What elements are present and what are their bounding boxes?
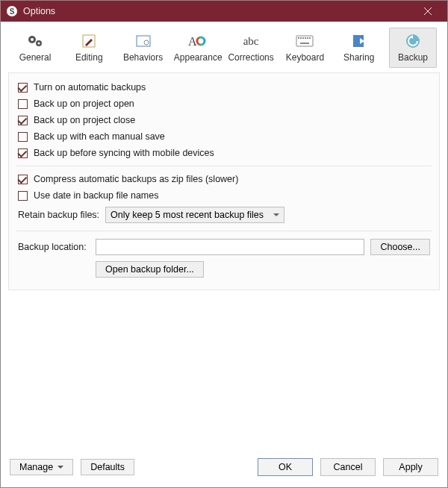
dialog-footer: Manage Defaults OK Cancel Apply bbox=[1, 454, 447, 487]
svg-point-8 bbox=[144, 40, 149, 45]
opt-label: Back up on project open bbox=[34, 98, 134, 109]
svg-rect-18 bbox=[300, 43, 309, 44]
open-folder-row: Open backup folder... bbox=[16, 258, 432, 281]
window-title: Options bbox=[23, 6, 413, 16]
defaults-button[interactable]: Defaults bbox=[81, 459, 134, 475]
svg-rect-16 bbox=[307, 37, 308, 39]
svg-point-10 bbox=[197, 37, 205, 45]
opt-label: Compress automatic backups as zip files … bbox=[34, 174, 238, 184]
opt-label: Back up before syncing with mobile devic… bbox=[34, 148, 214, 158]
app-icon: S bbox=[7, 6, 17, 16]
appearance-icon: A bbox=[174, 31, 220, 51]
tab-backup[interactable]: Backup bbox=[389, 28, 437, 68]
tab-label: Backup bbox=[390, 52, 436, 63]
location-input[interactable] bbox=[96, 239, 364, 255]
checkbox-icon bbox=[18, 132, 28, 142]
opt-backup-manual-save[interactable]: Back up with each manual save bbox=[16, 128, 432, 145]
sharing-icon bbox=[336, 31, 382, 51]
tab-label: Editing bbox=[66, 52, 112, 63]
titlebar: S Options bbox=[1, 1, 447, 22]
gears-icon bbox=[12, 31, 58, 51]
tab-behaviors[interactable]: Behaviors bbox=[119, 28, 167, 68]
svg-rect-17 bbox=[309, 37, 311, 39]
corrections-icon: abc bbox=[228, 31, 274, 51]
tab-appearance[interactable]: A Appearance bbox=[173, 28, 221, 68]
ok-button[interactable]: OK bbox=[258, 458, 313, 476]
tab-label: Keyboard bbox=[281, 52, 328, 63]
opt-backup-on-open[interactable]: Back up on project open bbox=[16, 96, 432, 112]
location-label: Backup location: bbox=[18, 242, 90, 252]
retain-select[interactable]: Only keep 5 most recent backup files bbox=[105, 207, 284, 223]
tab-sharing[interactable]: Sharing bbox=[335, 28, 383, 68]
svg-rect-15 bbox=[305, 37, 306, 39]
tab-editing[interactable]: Editing bbox=[65, 28, 113, 68]
cancel-button[interactable]: Cancel bbox=[320, 458, 376, 476]
svg-rect-13 bbox=[300, 37, 302, 39]
divider bbox=[16, 166, 432, 166]
svg-point-5 bbox=[38, 43, 40, 45]
tab-label: Corrections bbox=[228, 52, 274, 63]
svg-rect-14 bbox=[302, 37, 304, 39]
category-tabs: General Editing Behaviors A Appearance a… bbox=[1, 22, 447, 72]
tab-label: Appearance bbox=[174, 52, 220, 63]
close-button[interactable] bbox=[413, 1, 443, 22]
svg-rect-12 bbox=[298, 37, 299, 39]
backup-icon bbox=[390, 31, 436, 51]
svg-point-3 bbox=[31, 38, 34, 41]
close-icon bbox=[424, 7, 432, 15]
manage-label: Manage bbox=[19, 462, 53, 472]
backup-pane: Turn on automatic backups Back up on pro… bbox=[8, 72, 440, 290]
opt-label: Back up on project close bbox=[34, 115, 135, 125]
open-backup-folder-button[interactable]: Open backup folder... bbox=[96, 261, 204, 278]
checkbox-icon bbox=[18, 116, 28, 125]
opt-compress-zip[interactable]: Compress automatic backups as zip files … bbox=[16, 171, 432, 187]
opt-backup-on-close[interactable]: Back up on project close bbox=[16, 112, 432, 128]
opt-backup-before-sync[interactable]: Back up before syncing with mobile devic… bbox=[16, 145, 432, 161]
divider bbox=[16, 231, 432, 231]
opt-label: Use date in backup file names bbox=[34, 190, 158, 201]
opt-label: Turn on automatic backups bbox=[34, 82, 146, 93]
location-row: Backup location: Choose... bbox=[16, 236, 432, 258]
retain-row: Retain backup files: Only keep 5 most re… bbox=[16, 204, 432, 226]
tab-general[interactable]: General bbox=[11, 28, 59, 68]
checkbox-icon bbox=[18, 99, 28, 109]
tab-label: Sharing bbox=[336, 52, 382, 63]
tab-corrections[interactable]: abc Corrections bbox=[227, 28, 275, 68]
apply-button[interactable]: Apply bbox=[383, 458, 438, 476]
opt-use-date-in-name[interactable]: Use date in backup file names bbox=[16, 187, 432, 204]
checkbox-icon bbox=[18, 175, 28, 184]
checkbox-icon bbox=[18, 83, 28, 93]
edit-icon bbox=[66, 31, 112, 51]
tab-keyboard[interactable]: Keyboard bbox=[281, 28, 329, 68]
opt-label: Back up with each manual save bbox=[34, 131, 165, 142]
choose-button[interactable]: Choose... bbox=[370, 239, 430, 255]
tab-label: General bbox=[12, 52, 58, 63]
retain-label: Retain backup files: bbox=[18, 210, 99, 220]
opt-auto-backups[interactable]: Turn on automatic backups bbox=[16, 79, 432, 96]
svg-text:A: A bbox=[188, 35, 197, 48]
tab-label: Behaviors bbox=[120, 52, 167, 63]
keyboard-icon bbox=[281, 31, 328, 51]
checkbox-icon bbox=[18, 191, 28, 201]
window-gear-icon bbox=[120, 31, 167, 51]
manage-button[interactable]: Manage bbox=[10, 459, 73, 475]
checkbox-icon bbox=[18, 148, 28, 158]
